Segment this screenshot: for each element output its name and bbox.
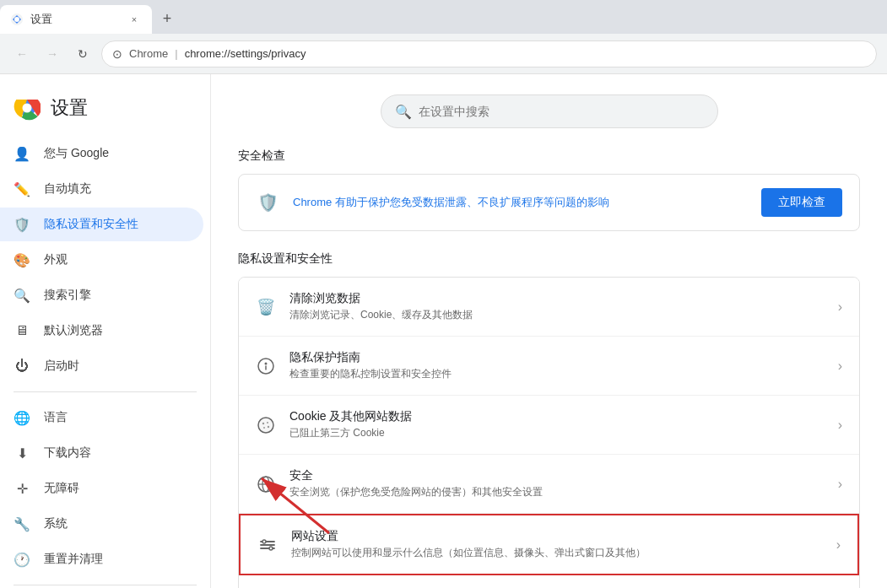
sidebar-item-startup[interactable]: ⏻ 启动时 bbox=[0, 349, 203, 383]
back-button[interactable]: ← bbox=[10, 42, 34, 66]
sidebar-item-autofill[interactable]: ✏️ 自动填充 bbox=[0, 172, 203, 206]
settings-item-security[interactable]: 安全 安全浏览（保护您免受危险网站的侵害）和其他安全设置 › bbox=[239, 455, 859, 514]
sidebar-label-downloads: 下载内容 bbox=[44, 445, 91, 461]
tab-bar: 设置 × + bbox=[0, 0, 887, 34]
settings-item-cookies[interactable]: Cookie 及其他网站数据 已阻止第三方 Cookie › bbox=[239, 396, 859, 455]
security-globe-icon bbox=[256, 474, 276, 494]
sidebar-item-appearance[interactable]: 🎨 外观 bbox=[0, 243, 203, 277]
settings-item-clear-data[interactable]: 🗑️ 清除浏览数据 清除浏览记录、Cookie、缓存及其他数据 › bbox=[239, 278, 859, 337]
sidebar-title: 设置 bbox=[51, 95, 88, 121]
sidebar: 设置 👤 您与 Google ✏️ 自动填充 🛡️ 隐私设置和安全性 🎨 bbox=[0, 74, 211, 588]
settings-search-bar[interactable]: 🔍 bbox=[381, 94, 718, 128]
url-separator: | bbox=[175, 47, 177, 60]
trash-icon: 🗑️ bbox=[256, 297, 276, 317]
sidebar-item-default-browser[interactable]: 🖥 默认浏览器 bbox=[0, 314, 203, 348]
safety-check-button[interactable]: 立即检查 bbox=[761, 188, 842, 217]
svg-point-11 bbox=[268, 425, 269, 427]
site-settings-title: 网站设置 bbox=[291, 529, 823, 544]
sidebar-label-language: 语言 bbox=[44, 410, 68, 425]
cookie-icon bbox=[256, 415, 276, 435]
forward-button[interactable]: → bbox=[41, 42, 64, 66]
privacy-section-title: 隐私设置和安全性 bbox=[238, 251, 860, 267]
sidebar-item-system[interactable]: 🔧 系统 bbox=[0, 507, 203, 541]
privacy-guide-icon bbox=[256, 356, 276, 376]
startup-icon: ⏻ bbox=[14, 358, 30, 375]
privacy-guide-arrow: › bbox=[838, 359, 842, 374]
sidebar-divider bbox=[14, 391, 197, 392]
safety-section-title: 安全检查 bbox=[238, 148, 860, 164]
privacy-settings-list: 🗑️ 清除浏览数据 清除浏览记录、Cookie、缓存及其他数据 › bbox=[238, 277, 860, 588]
appearance-icon: 🎨 bbox=[14, 251, 30, 268]
cookies-arrow: › bbox=[838, 418, 842, 433]
sidebar-item-search[interactable]: 🔍 搜索引擎 bbox=[0, 278, 203, 312]
main-content: 🔍 安全检查 🛡️ Chrome 有助于保护您免受数据泄露、不良扩展程序等问题的… bbox=[211, 74, 887, 588]
refresh-button[interactable]: ↻ bbox=[71, 42, 95, 66]
new-tab-button[interactable]: + bbox=[155, 7, 179, 30]
tab-title: 设置 bbox=[30, 12, 52, 27]
svg-point-19 bbox=[269, 547, 273, 550]
autofill-icon: ✏️ bbox=[14, 181, 30, 197]
sidebar-item-downloads[interactable]: ⬇ 下载内容 bbox=[0, 436, 203, 470]
safety-check-card: 🛡️ Chrome 有助于保护您免受数据泄露、不良扩展程序等问题的影响 立即检查 bbox=[238, 174, 860, 231]
language-icon: 🌐 bbox=[14, 409, 30, 426]
tab-close-button[interactable]: × bbox=[127, 12, 142, 27]
clear-data-desc: 清除浏览记录、Cookie、缓存及其他数据 bbox=[289, 308, 825, 322]
tab-favicon bbox=[10, 13, 24, 26]
privacy-guide-content: 隐私保护指南 检查重要的隐私控制设置和安全控件 bbox=[289, 350, 825, 381]
security-arrow: › bbox=[838, 477, 842, 492]
url-path: chrome://settings/privacy bbox=[185, 47, 306, 60]
svg-point-7 bbox=[258, 418, 273, 433]
cookies-title: Cookie 及其他网站数据 bbox=[289, 409, 825, 424]
sidebar-label-browser: 默认浏览器 bbox=[44, 323, 103, 338]
search-bar-container: 🔍 bbox=[238, 94, 860, 128]
url-security-icon: ⊙ bbox=[112, 47, 122, 61]
search-magnifier-icon: 🔍 bbox=[395, 104, 412, 120]
site-settings-icon bbox=[257, 535, 278, 555]
site-settings-desc: 控制网站可以使用和显示什么信息（如位置信息、摄像头、弹出式窗口及其他） bbox=[291, 546, 823, 560]
active-tab[interactable]: 设置 × bbox=[0, 5, 152, 34]
sidebar-label-appearance: 外观 bbox=[44, 252, 68, 267]
clear-data-arrow: › bbox=[838, 299, 842, 315]
safety-text: Chrome 有助于保护您免受数据泄露、不良扩展程序等问题的影响 bbox=[293, 195, 748, 210]
sidebar-item-reset[interactable]: 🕐 重置并清理 bbox=[0, 542, 203, 576]
sidebar-label-autofill: 自动填充 bbox=[44, 181, 91, 197]
browser-icon: 🖥 bbox=[14, 322, 30, 339]
settings-item-privacy-guide[interactable]: 隐私保护指南 检查重要的隐私控制设置和安全控件 › bbox=[239, 337, 859, 396]
site-settings-arrow: › bbox=[836, 537, 841, 553]
privacy-guide-desc: 检查重要的隐私控制设置和安全控件 bbox=[289, 367, 825, 381]
reset-icon: 🕐 bbox=[14, 551, 30, 568]
sidebar-item-privacy[interactable]: 🛡️ 隐私设置和安全性 bbox=[0, 208, 203, 241]
sidebar-item-google[interactable]: 👤 您与 Google bbox=[0, 137, 203, 170]
downloads-icon: ⬇ bbox=[14, 445, 30, 461]
sidebar-label-google: 您与 Google bbox=[44, 146, 109, 161]
svg-point-18 bbox=[262, 540, 266, 543]
cookies-desc: 已阻止第三方 Cookie bbox=[289, 426, 825, 440]
shield-icon: 🛡️ bbox=[14, 216, 30, 233]
google-icon: 👤 bbox=[14, 145, 30, 162]
accessibility-icon: ✛ bbox=[14, 480, 30, 497]
svg-point-4 bbox=[23, 104, 32, 113]
svg-point-9 bbox=[267, 422, 268, 423]
sidebar-item-language[interactable]: 🌐 语言 bbox=[0, 401, 203, 434]
settings-item-sandbox[interactable]: 🔒 隐私沙盒 试用版功能已开启 ↗ bbox=[239, 575, 859, 588]
security-desc: 安全浏览（保护您免受危险网站的侵害）和其他安全设置 bbox=[289, 485, 825, 499]
sidebar-label-accessibility: 无障碍 bbox=[44, 481, 79, 496]
search-icon: 🔍 bbox=[14, 287, 30, 304]
settings-search-input[interactable] bbox=[419, 105, 704, 118]
site-settings-content: 网站设置 控制网站可以使用和显示什么信息（如位置信息、摄像头、弹出式窗口及其他） bbox=[291, 529, 823, 560]
sidebar-label-reset: 重置并清理 bbox=[44, 552, 103, 567]
privacy-guide-title: 隐私保护指南 bbox=[289, 350, 825, 365]
sidebar-header: 设置 bbox=[0, 88, 210, 135]
sidebar-label-startup: 启动时 bbox=[44, 359, 79, 374]
svg-point-8 bbox=[262, 422, 264, 423]
sidebar-item-accessibility[interactable]: ✛ 无障碍 bbox=[0, 472, 203, 505]
url-bar[interactable]: ⊙ Chrome | chrome://settings/privacy bbox=[101, 40, 877, 67]
sidebar-wrapper: 设置 👤 您与 Google ✏️ 自动填充 🛡️ 隐私设置和安全性 🎨 bbox=[0, 74, 211, 588]
system-icon: 🔧 bbox=[14, 515, 30, 532]
settings-item-site-settings[interactable]: 网站设置 控制网站可以使用和显示什么信息（如位置信息、摄像头、弹出式窗口及其他）… bbox=[239, 514, 859, 575]
page-content: 设置 👤 您与 Google ✏️ 自动填充 🛡️ 隐私设置和安全性 🎨 bbox=[0, 74, 887, 588]
security-content: 安全 安全浏览（保护您免受危险网站的侵害）和其他安全设置 bbox=[289, 468, 825, 499]
sidebar-divider-2 bbox=[14, 585, 197, 585]
sidebar-label-search: 搜索引擎 bbox=[44, 288, 91, 303]
address-bar: ← → ↻ ⊙ Chrome | chrome://settings/priva… bbox=[0, 34, 887, 74]
